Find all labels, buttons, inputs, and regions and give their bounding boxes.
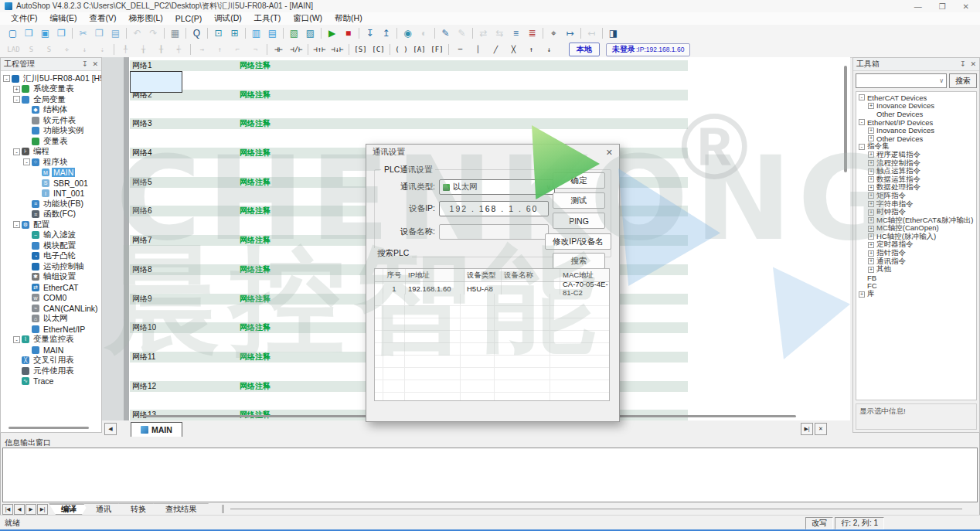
expand-toggle-icon[interactable] — [23, 211, 30, 218]
menu-item[interactable]: 梯形图(L) — [122, 13, 168, 24]
expand-toggle-icon[interactable] — [859, 274, 865, 281]
tree-item[interactable]: MAIN — [1, 345, 101, 356]
print-preview-icon[interactable]: ⊞ — [226, 26, 243, 41]
output-nav-next-button[interactable]: ▶ — [26, 504, 36, 515]
sync-all-icon[interactable]: ⇆ — [492, 26, 508, 41]
expand-toggle-icon[interactable]: + — [868, 250, 874, 257]
toolbox-tree-item[interactable]: + HC轴控(脉冲输入) — [856, 233, 976, 241]
set-instr-icon[interactable]: [S] — [352, 43, 369, 57]
rung-add-icon[interactable]: ╀ — [117, 43, 134, 57]
expand-toggle-icon[interactable] — [23, 200, 30, 207]
expand-toggle-icon[interactable] — [23, 305, 30, 311]
tree-item[interactable]: - 全局变量 — [1, 94, 101, 105]
tree-item[interactable]: ≡ 功能块(FB) — [1, 199, 101, 209]
save-all-icon[interactable]: ❐ — [53, 26, 70, 41]
no-contact-icon[interactable]: ⊣⊢ — [270, 43, 288, 57]
toolbox-tree-item[interactable]: + 库 — [856, 290, 976, 298]
output-tab[interactable]: 查找结果 — [153, 503, 209, 515]
toolbox-search-combo[interactable]: ∨ — [856, 73, 947, 88]
tree-item[interactable]: ⇄ EtherCAT — [1, 282, 101, 293]
network-block[interactable]: 网络2 网络注释 — [130, 90, 850, 119]
tab-scroll-right-button[interactable]: ▶| — [801, 423, 813, 435]
expand-toggle-icon[interactable]: + — [868, 128, 874, 134]
toolbox-tree-item[interactable]: + 数据处理指令 — [856, 184, 976, 192]
find-icon[interactable]: Q — [189, 26, 205, 41]
toolbox-tree-item[interactable]: FB — [856, 274, 976, 282]
expand-toggle-icon[interactable] — [23, 325, 30, 332]
tree-item[interactable]: 运动控制轴 — [1, 261, 101, 272]
download-icon[interactable]: ↧ — [362, 26, 378, 41]
expand-toggle-icon[interactable]: + — [868, 185, 874, 191]
menu-item[interactable]: 工具(T) — [248, 13, 287, 24]
vline-icon[interactable]: │ — [469, 43, 487, 57]
expand-toggle-icon[interactable] — [23, 263, 30, 270]
tab-scroll-left-button[interactable]: ◀ — [104, 423, 117, 435]
save-icon[interactable]: ▣ — [37, 26, 53, 41]
network-comment[interactable]: 网络注释 — [240, 118, 271, 129]
network-header[interactable]: 网络1 网络注释 — [130, 60, 688, 71]
network-header[interactable]: 网络2 网络注释 — [130, 90, 688, 100]
del-line-icon[interactable]: ╱ — [487, 43, 505, 57]
cut-icon[interactable]: ✂ — [75, 26, 91, 41]
upload-icon[interactable]: ↥ — [378, 26, 394, 41]
expand-toggle-icon[interactable]: - — [23, 158, 30, 165]
toolbox-tree-item[interactable]: + 定时器指令 — [856, 241, 976, 250]
expand-toggle-icon[interactable] — [13, 367, 20, 374]
tree-item[interactable]: ~ 输入滤波 — [1, 230, 101, 241]
rising-contact-icon[interactable]: ⊣↑⊢ — [311, 43, 328, 57]
expand-toggle-icon[interactable] — [13, 378, 20, 385]
network-block[interactable]: 网络1 网络注释 — [130, 60, 850, 90]
sync-icon[interactable]: ⇄ — [475, 26, 492, 41]
expand-toggle-icon[interactable] — [23, 346, 30, 353]
expand-toggle-icon[interactable]: + — [868, 160, 874, 166]
expand-toggle-icon[interactable]: + — [868, 258, 874, 264]
tree-item[interactable]: ⌂ 以太网 — [1, 314, 101, 325]
output-tab[interactable]: 编译 — [49, 503, 89, 515]
network-comment[interactable]: 网络注释 — [240, 235, 271, 246]
menu-item[interactable]: 窗口(W) — [287, 13, 328, 24]
expand-toggle-icon[interactable]: + — [868, 176, 874, 182]
line-corner1-icon[interactable]: ⌐ — [229, 43, 247, 57]
func-instr-icon[interactable]: [F] — [428, 43, 446, 57]
project-hscrollbar[interactable] — [9, 427, 89, 429]
expand-toggle-icon[interactable]: + — [868, 103, 874, 109]
line-up-icon[interactable]: ↑ — [211, 43, 229, 57]
clock-icon[interactable]: ◐ — [416, 26, 432, 41]
tree-item[interactable]: ✱ 轴组设置 — [1, 272, 101, 283]
toolbox-tree-item[interactable]: + 矩阵指令 — [856, 192, 976, 200]
expand-toggle-icon[interactable]: + — [868, 209, 874, 216]
line-right-icon[interactable]: → — [193, 43, 211, 57]
toolbox-search-button[interactable]: 搜索 — [949, 73, 977, 88]
tree-item[interactable]: 模块配置 — [1, 240, 101, 251]
tree-item[interactable]: ≡ 函数(FC) — [1, 209, 101, 220]
align-icon[interactable]: ≡ — [508, 26, 524, 41]
close-panel-icon[interactable]: ✕ — [970, 60, 976, 68]
toolbox-tree-item[interactable]: + Inovance Devices — [856, 102, 976, 111]
expand-toggle-icon[interactable]: + — [868, 201, 874, 207]
expand-toggle-icon[interactable]: + — [868, 192, 874, 199]
stop-icon[interactable]: ■ — [340, 26, 356, 41]
sfc-step-icon[interactable]: S — [22, 43, 40, 57]
minimize-button[interactable]: — — [914, 2, 922, 11]
network-comment[interactable]: 网络注释 — [240, 294, 271, 305]
tree-item[interactable]: w COM0 — [1, 293, 101, 304]
output-window[interactable] — [2, 448, 978, 502]
expand-toggle-icon[interactable] — [23, 128, 30, 134]
app-instr-icon[interactable]: [A] — [410, 43, 428, 57]
tree-item[interactable]: 软元件表 — [1, 115, 101, 126]
dialog-close-icon[interactable]: ✕ — [606, 148, 613, 158]
tree-item[interactable]: - ⚙ 配置 — [1, 220, 101, 230]
tab-close-button[interactable]: ✕ — [815, 423, 827, 435]
expand-toggle-icon[interactable] — [23, 107, 30, 114]
comm-type-select[interactable]: 以太网 ∨ — [439, 179, 555, 195]
rung-join-icon[interactable]: ╂ — [152, 43, 170, 57]
network-comment[interactable]: 网络注释 — [240, 381, 271, 392]
undo-icon[interactable]: ↶ — [129, 26, 145, 41]
plc-search-table[interactable]: 序号 IP地址 设备类型 设备名称 MAC地址 1 192.168.1.60 H… — [374, 268, 610, 401]
expand-toggle-icon[interactable]: + — [868, 233, 874, 240]
network-comment[interactable]: 网络注释 — [240, 352, 271, 363]
network-header[interactable]: 网络3 网络注释 — [130, 118, 688, 129]
print-icon[interactable]: ⊡ — [210, 26, 226, 41]
ping-button[interactable]: PING — [553, 213, 605, 229]
menu-item[interactable]: 文件(F) — [5, 13, 43, 24]
